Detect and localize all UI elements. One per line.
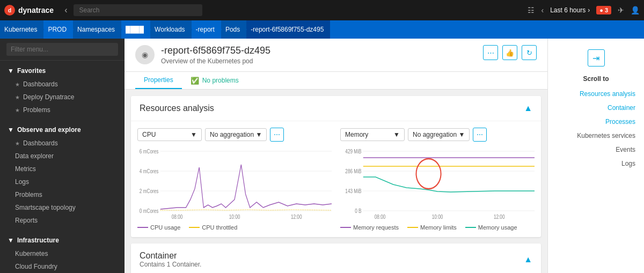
- chevron-right-icon: ›: [588, 6, 590, 14]
- memory-more-button[interactable]: ⋯: [473, 128, 487, 142]
- sidebar-section-infrastructure: ▼ Infrastructure Kubernetes Cloud Foundr…: [0, 230, 125, 273]
- svg-text:429 MiB: 429 MiB: [345, 149, 361, 154]
- sidebar-favorites-header[interactable]: ▼ Favorites: [0, 64, 125, 78]
- cpu-throttled-legend: CPU throttled: [189, 224, 237, 231]
- sidebar-filter-input[interactable]: [6, 43, 118, 56]
- tab-bar: Properties ✅ No problems: [125, 72, 547, 90]
- svg-text:12:00: 12:00: [494, 214, 505, 220]
- cpu-more-button[interactable]: ⋯: [270, 128, 284, 142]
- memory-limits-dot: [407, 227, 418, 228]
- sidebar-item-dashboards[interactable]: ★ Dashboards: [0, 137, 125, 150]
- memory-dropdown[interactable]: Memory ▼: [340, 128, 405, 141]
- pod-header: ◉ -report-6f5869f755-dz495 Overview of t…: [125, 39, 547, 72]
- sidebar-item-reports[interactable]: Reports: [0, 214, 125, 227]
- chevron-left-icon[interactable]: ‹: [541, 6, 544, 14]
- star-icon: ★: [15, 82, 20, 87]
- cpu-chart-controls: CPU ▼ No aggregation ▼ ⋯: [137, 128, 332, 142]
- sidebar-item-deploy[interactable]: ★ Deploy Dynatrace: [0, 91, 125, 104]
- no-problems-indicator: ✅ No problems: [191, 72, 239, 89]
- breadcrumb-pod-detail[interactable]: -report-6f5869f755-dz495: [246, 20, 330, 39]
- scroll-to-events[interactable]: Events: [548, 143, 644, 157]
- sidebar-observe-header[interactable]: ▼ Observe and explore: [0, 123, 125, 137]
- refresh-button[interactable]: ↻: [522, 45, 537, 60]
- scroll-to-k8s-services[interactable]: Kubernetes services: [548, 129, 644, 143]
- sidebar-item-logs[interactable]: Logs: [0, 175, 125, 188]
- resources-section-title: Resources analysis: [140, 104, 214, 113]
- sidebar-item-data-explorer[interactable]: Data explorer: [0, 150, 125, 163]
- chevron-down-icon: ▼: [8, 67, 14, 75]
- main-layout: ▼ Favorites ★ Dashboards ★ Deploy Dynatr…: [0, 39, 644, 273]
- search-input[interactable]: [74, 4, 202, 16]
- svg-text:2 mCores: 2 mCores: [140, 188, 159, 194]
- logo-icon: d: [4, 5, 15, 16]
- memory-chart-area: 429 MiB 286 MiB 143 MiB 0 B 08:00 10:00: [340, 146, 535, 221]
- scroll-to-processes[interactable]: Processes: [548, 115, 644, 129]
- scroll-to-resources[interactable]: Resources analysis: [548, 87, 644, 101]
- cpu-chart-area: 6 mCores 4 mCores 2 mCores 0 mCores 08:0…: [137, 146, 332, 221]
- chat-icon[interactable]: ✈: [618, 6, 624, 14]
- container-section-subtitle: Contains 1 Container.: [140, 261, 201, 268]
- memory-requests-dot: [340, 227, 351, 228]
- breadcrumb-kubernetes[interactable]: Kubernetes: [0, 20, 43, 39]
- tab-properties[interactable]: Properties: [135, 72, 182, 89]
- cpu-usage-dot: [137, 227, 148, 228]
- collapse-resources-button[interactable]: ▲: [524, 104, 532, 113]
- breadcrumb-ns-name[interactable]: ████: [121, 20, 150, 39]
- back-button[interactable]: ‹: [62, 3, 69, 17]
- sidebar-item-dashboards-fav[interactable]: ★ Dashboards: [0, 78, 125, 91]
- svg-text:10:00: 10:00: [229, 214, 240, 220]
- container-section-title: Container: [140, 251, 201, 261]
- memory-chart-controls: Memory ▼ No aggregation ▼ ⋯: [340, 128, 535, 142]
- thumbs-up-button[interactable]: 👍: [502, 45, 517, 60]
- sidebar-section-observe: ▼ Observe and explore ★ Dashboards Data …: [0, 120, 125, 230]
- sidebar-item-problems[interactable]: Problems: [0, 188, 125, 201]
- sidebar-item-kubernetes[interactable]: Kubernetes: [0, 247, 125, 260]
- breadcrumb-prod[interactable]: PROD: [43, 20, 73, 39]
- cpu-throttled-dot: [189, 227, 200, 228]
- pod-title: -report-6f5869f755-dz495: [161, 45, 270, 56]
- right-panel: ⇥ Scroll to Resources analysis Container…: [547, 39, 644, 273]
- chevron-down-icon: ▼: [8, 126, 14, 134]
- user-icon[interactable]: 👤: [631, 6, 640, 14]
- svg-text:08:00: 08:00: [375, 214, 386, 220]
- pod-subtitle: Overview of the Kubernetes pod: [161, 57, 270, 65]
- svg-point-22: [416, 159, 441, 189]
- memory-chart-svg: 429 MiB 286 MiB 143 MiB 0 B 08:00 10:00: [340, 146, 535, 221]
- scroll-to-container[interactable]: Container: [548, 101, 644, 115]
- chevron-down-icon: ▼: [8, 237, 14, 244]
- alert-badge[interactable]: ● 3: [596, 6, 611, 14]
- scroll-to-panel-icon[interactable]: ⇥: [588, 49, 605, 67]
- collapse-container-button[interactable]: ▲: [524, 255, 532, 264]
- logo-text: dynatrace: [18, 6, 54, 14]
- resources-section-header: Resources analysis ▲: [131, 96, 541, 121]
- filter-icon[interactable]: ☷: [528, 6, 535, 14]
- sidebar-item-problems-fav[interactable]: ★ Problems: [0, 104, 125, 116]
- sidebar-item-metrics[interactable]: Metrics: [0, 163, 125, 175]
- scroll-to-logs[interactable]: Logs: [548, 157, 644, 171]
- memory-limits-legend: Memory limits: [407, 224, 457, 231]
- chevron-down-icon: ▼: [393, 131, 400, 138]
- breadcrumb-workloads[interactable]: Workloads: [150, 20, 191, 39]
- top-nav: d dynatrace ‹ ☷ ‹ Last 6 hours › ● 3 ✈ 👤: [0, 0, 644, 20]
- time-range-selector[interactable]: Last 6 hours ›: [550, 6, 590, 14]
- chevron-down-icon: ▼: [191, 131, 197, 138]
- cpu-aggr-dropdown[interactable]: No aggregation ▼: [205, 128, 267, 141]
- cpu-dropdown[interactable]: CPU ▼: [137, 128, 202, 141]
- breadcrumb-report[interactable]: -report: [192, 20, 221, 39]
- sidebar-infrastructure-header[interactable]: ▼ Infrastructure: [0, 233, 125, 247]
- memory-chart-container: Memory ▼ No aggregation ▼ ⋯ 429 MiB 286 …: [340, 128, 535, 231]
- more-options-button[interactable]: ⋯: [483, 45, 498, 60]
- nav-right: ☷ ‹ Last 6 hours › ● 3 ✈ 👤: [528, 6, 640, 14]
- svg-text:4 mCores: 4 mCores: [140, 168, 159, 174]
- sidebar-item-cloud-foundry[interactable]: Cloud Foundry: [0, 260, 125, 273]
- memory-legend: Memory requests Memory limits Memory usa…: [340, 224, 535, 231]
- cpu-chart-svg: 6 mCores 4 mCores 2 mCores 0 mCores 08:0…: [137, 146, 332, 221]
- sidebar-item-smartscape[interactable]: Smartscape topology: [0, 201, 125, 214]
- breadcrumb-namespaces[interactable]: Namespaces: [73, 20, 121, 39]
- logo: d dynatrace: [4, 5, 54, 16]
- charts-row: CPU ▼ No aggregation ▼ ⋯ 6 mCores 4 mCor…: [131, 121, 541, 237]
- breadcrumb-pods[interactable]: Pods: [221, 20, 246, 39]
- time-range-label: Last 6 hours: [550, 6, 586, 14]
- star-icon: ★: [15, 141, 20, 146]
- memory-aggr-dropdown[interactable]: No aggregation ▼: [408, 128, 470, 141]
